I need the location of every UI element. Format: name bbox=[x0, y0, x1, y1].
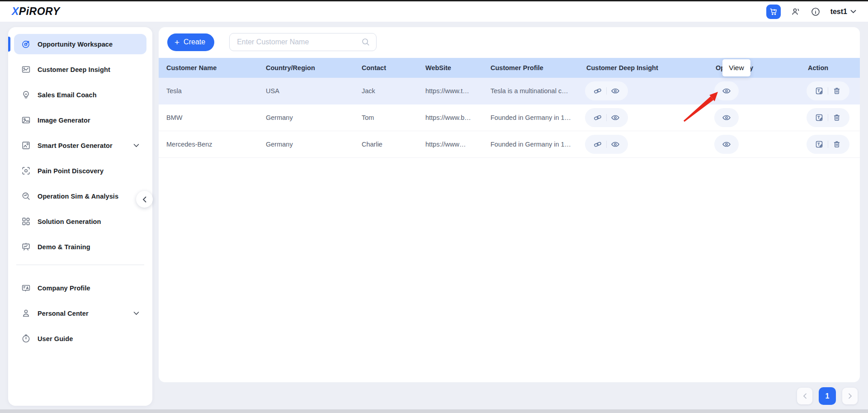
cell-website: https://www.t… bbox=[418, 87, 483, 95]
toolbar: + Create bbox=[159, 27, 860, 51]
logo-x: X bbox=[12, 5, 19, 18]
sidebar: Opportunity Workspace Customer Deep Insi… bbox=[8, 27, 152, 406]
info-button[interactable] bbox=[811, 7, 821, 17]
chevron-down-icon bbox=[133, 311, 139, 315]
column-header-country-region: Country/Region bbox=[258, 64, 354, 71]
chevron-down-icon bbox=[133, 143, 139, 147]
table-row: Tesla USA Jack https://www.t… Tesla is a… bbox=[159, 78, 860, 104]
column-header-action: Action bbox=[800, 64, 860, 71]
sidebar-item-user-guide[interactable]: User Guide bbox=[14, 328, 146, 349]
table-row: BMW Germany Tom https://www.b… Founded i… bbox=[159, 104, 860, 131]
cell-country: Germany bbox=[258, 114, 354, 121]
page-number-button[interactable]: 1 bbox=[819, 387, 836, 405]
delete-icon bbox=[832, 140, 841, 149]
contacts-icon bbox=[791, 7, 801, 17]
delete-icon bbox=[832, 113, 841, 122]
sidebar-divider bbox=[16, 265, 144, 265]
pill-divider bbox=[606, 87, 607, 95]
edit-button[interactable] bbox=[812, 113, 826, 122]
edit-button[interactable] bbox=[812, 140, 826, 149]
chevron-left-icon bbox=[803, 393, 807, 399]
sidebar-item-company-profile[interactable]: Company Profile bbox=[14, 278, 146, 298]
sidebar-item-label: Customer Deep Insight bbox=[38, 66, 110, 73]
column-header-website: WebSite bbox=[418, 64, 483, 71]
opportunity-view-button[interactable] bbox=[720, 86, 733, 95]
grid-icon bbox=[21, 217, 31, 226]
sidebar-item-label: Personal Center bbox=[38, 310, 89, 317]
cart-icon bbox=[769, 8, 778, 16]
sidebar-collapse-button[interactable] bbox=[136, 191, 153, 208]
target-icon bbox=[21, 39, 31, 49]
sidebar-item-pain-point-discovery[interactable]: Pain Point Discovery bbox=[14, 161, 146, 181]
search-input[interactable] bbox=[229, 33, 377, 51]
column-header-customer-deep-insight: Customer Deep Insight bbox=[579, 64, 708, 71]
eye-icon bbox=[722, 140, 731, 149]
logo-rest: PiRORY bbox=[19, 5, 60, 18]
delete-button[interactable] bbox=[830, 86, 844, 95]
sidebar-item-label: Company Profile bbox=[38, 285, 90, 292]
sidebar-item-label: Pain Point Discovery bbox=[38, 167, 104, 175]
cell-contact: Charlie bbox=[354, 141, 418, 148]
create-button[interactable]: + Create bbox=[167, 33, 214, 51]
sidebar-item-image-generator[interactable]: Image Generator bbox=[14, 110, 146, 130]
column-header-customer-name: Customer Name bbox=[159, 64, 258, 71]
sidebar-item-label: Solution Generation bbox=[38, 218, 101, 225]
sidebar-item-label: Smart Poster Generator bbox=[38, 142, 113, 149]
pill-divider bbox=[606, 141, 607, 148]
sidebar-item-demo-training[interactable]: Demo & Training bbox=[14, 237, 146, 257]
opportunity-view-button[interactable] bbox=[720, 140, 733, 149]
edit-button[interactable] bbox=[812, 86, 826, 95]
sidebar-item-solution-generation[interactable]: Solution Generation bbox=[14, 211, 146, 232]
delete-button[interactable] bbox=[830, 140, 844, 149]
eye-icon bbox=[722, 113, 731, 122]
deep-insight-link-button[interactable] bbox=[591, 140, 604, 149]
delete-icon bbox=[832, 86, 841, 95]
link-icon bbox=[593, 86, 602, 95]
chevron-down-icon bbox=[850, 9, 856, 14]
bulb-icon bbox=[21, 90, 31, 100]
opportunity-view-button[interactable] bbox=[720, 113, 733, 122]
sidebar-item-smart-poster-generator[interactable]: Smart Poster Generator bbox=[14, 135, 146, 156]
edit-icon bbox=[815, 86, 824, 95]
sidebar-item-label: Opportunity Workspace bbox=[38, 41, 113, 48]
pill-divider bbox=[606, 114, 607, 121]
contacts-button[interactable] bbox=[791, 7, 801, 17]
pill-divider bbox=[828, 141, 828, 148]
deep-insight-link-button[interactable] bbox=[591, 86, 604, 95]
deep-insight-link-button[interactable] bbox=[591, 113, 604, 122]
plus-icon: + bbox=[175, 38, 179, 47]
create-button-label: Create bbox=[184, 38, 205, 46]
info-icon bbox=[811, 7, 821, 17]
deep-insight-view-button[interactable] bbox=[609, 86, 622, 95]
chevron-left-icon bbox=[142, 196, 146, 203]
column-header-opportunity: Opportunity bbox=[708, 64, 800, 71]
pill-divider bbox=[828, 114, 828, 121]
cell-contact: Tom bbox=[354, 114, 418, 121]
user-menu[interactable]: test1 bbox=[830, 8, 856, 16]
sidebar-item-sales-email-coach[interactable]: Sales Email Coach bbox=[14, 85, 146, 105]
focus-scan-icon bbox=[21, 166, 31, 176]
cell-profile: Founded in Germany in 1… bbox=[483, 141, 579, 148]
customer-table: Customer Name Country/Region Contact Web… bbox=[159, 58, 860, 158]
edit-icon bbox=[815, 140, 824, 149]
table-row: Mercedes-Benz Germany Charlie https://ww… bbox=[159, 131, 860, 158]
eye-icon bbox=[611, 86, 620, 95]
eye-icon bbox=[611, 113, 620, 122]
deep-insight-view-button[interactable] bbox=[609, 113, 622, 122]
prev-page-button[interactable] bbox=[797, 388, 812, 404]
sidebar-item-personal-center[interactable]: Personal Center bbox=[14, 303, 146, 323]
link-icon bbox=[593, 113, 602, 122]
delete-button[interactable] bbox=[830, 113, 844, 122]
sidebar-item-label: Sales Email Coach bbox=[38, 91, 97, 99]
search-icon[interactable] bbox=[361, 38, 370, 47]
guide-compass-icon bbox=[21, 334, 31, 343]
sidebar-item-customer-deep-insight[interactable]: Customer Deep Insight bbox=[14, 59, 146, 80]
insight-chart-icon bbox=[21, 65, 31, 74]
cart-button[interactable] bbox=[766, 5, 781, 19]
sidebar-item-operation-sim-analysis[interactable]: Operation Sim & Analysis bbox=[14, 186, 146, 206]
next-page-button[interactable] bbox=[842, 388, 858, 404]
sidebar-item-opportunity-workspace[interactable]: Opportunity Workspace bbox=[14, 34, 146, 54]
cell-website: https://www.b… bbox=[418, 114, 483, 121]
cell-country: USA bbox=[258, 87, 354, 95]
deep-insight-view-button[interactable] bbox=[609, 140, 622, 149]
